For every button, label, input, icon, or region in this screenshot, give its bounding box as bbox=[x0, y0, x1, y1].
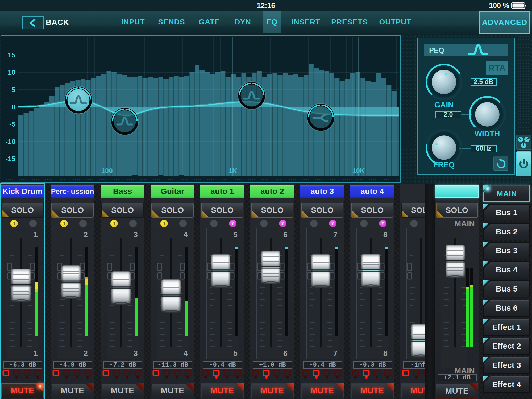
svg-text:15: 15 bbox=[8, 51, 15, 59]
svg-text:GAIN: GAIN bbox=[434, 101, 454, 109]
svg-text:10K: 10K bbox=[352, 167, 365, 175]
svg-text:RTA: RTA bbox=[488, 63, 505, 73]
svg-text:1K: 1K bbox=[228, 167, 237, 175]
svg-text:100: 100 bbox=[101, 167, 113, 175]
svg-text:10: 10 bbox=[8, 68, 15, 76]
svg-text:0: 0 bbox=[12, 103, 15, 111]
svg-text:2.5 dB: 2.5 dB bbox=[473, 78, 493, 85]
svg-text:5: 5 bbox=[12, 86, 15, 94]
svg-text:2.0: 2.0 bbox=[444, 111, 453, 118]
svg-text:60Hz: 60Hz bbox=[476, 144, 491, 152]
svg-text:-15: -15 bbox=[5, 155, 15, 163]
svg-text:WIDTH: WIDTH bbox=[475, 130, 500, 138]
svg-text:FREQ: FREQ bbox=[433, 160, 455, 169]
svg-text:-10: -10 bbox=[5, 138, 15, 146]
svg-text:PEQ: PEQ bbox=[429, 46, 444, 54]
svg-text:-5: -5 bbox=[9, 120, 15, 128]
